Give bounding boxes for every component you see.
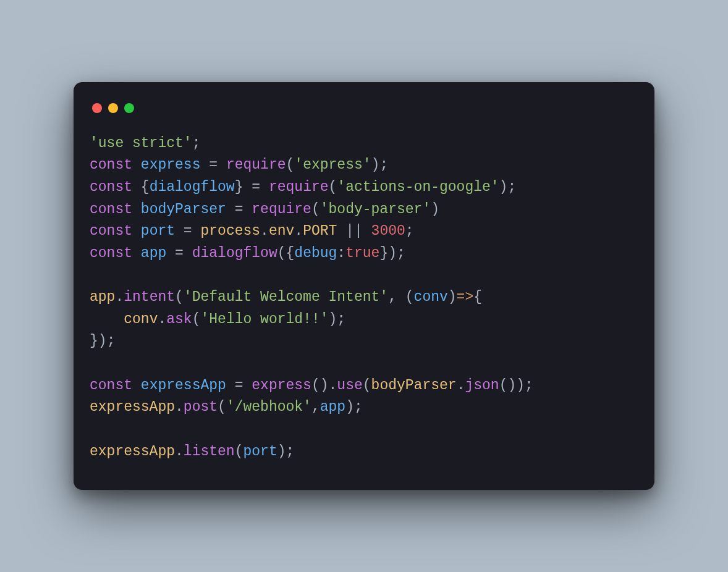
code-token: const [90, 377, 132, 393]
code-token: } [235, 179, 243, 195]
code-token: { [286, 245, 295, 261]
code-token [132, 179, 141, 195]
code-token [243, 179, 252, 195]
code-token: = [252, 179, 260, 195]
code-token: const [90, 157, 132, 173]
code-token: use [337, 377, 362, 393]
code-token [243, 201, 252, 217]
code-token: = [184, 223, 192, 239]
code-token: . [457, 377, 465, 393]
code-token: ( [286, 157, 295, 173]
code-token [184, 245, 192, 261]
code-token: . [158, 311, 166, 327]
code-token: app [320, 399, 345, 415]
code-token: expressApp [90, 444, 175, 460]
code-token: . [175, 399, 184, 415]
code-token: 'express' [294, 157, 371, 173]
code-token [218, 157, 226, 173]
code-token: 'Hello world!!' [200, 311, 328, 327]
code-token: dialogflow [150, 179, 235, 195]
code-token: intent [124, 289, 175, 305]
maximize-icon[interactable] [124, 103, 134, 113]
code-token: . [294, 223, 303, 239]
code-token: ask [166, 311, 192, 327]
code-token: post [184, 399, 218, 415]
code-token: , [311, 399, 320, 415]
code-token: bodyParser [141, 201, 226, 217]
code-token: ; [525, 377, 533, 393]
code-block[interactable]: 'use strict'; const express = require('e… [90, 133, 638, 463]
code-token: = [209, 157, 218, 173]
code-token: { [473, 289, 482, 305]
code-token: = [235, 377, 243, 393]
code-token: express [141, 157, 201, 173]
code-token: ) [345, 399, 354, 415]
code-token: ( [405, 289, 414, 305]
code-token: 'actions-on-google' [337, 179, 499, 195]
code-token: 'Default Welcome Intent' [184, 289, 388, 305]
code-token: port [141, 223, 175, 239]
code-token [243, 377, 252, 393]
code-token: ) [448, 289, 457, 305]
code-token: conv [124, 311, 158, 327]
code-token: ; [354, 399, 363, 415]
code-token [226, 201, 235, 217]
code-token: bodyParser [371, 377, 457, 393]
code-token: ( [499, 377, 508, 393]
code-token: ; [405, 223, 414, 239]
code-token: ; [337, 311, 345, 327]
code-token: ) [320, 377, 329, 393]
code-token [397, 289, 405, 305]
code-token: ) [431, 201, 439, 217]
window-titlebar [90, 103, 638, 119]
code-token: ; [192, 135, 201, 151]
code-token: } [379, 245, 388, 261]
code-token: json [465, 377, 499, 393]
code-token: ( [218, 399, 226, 415]
code-token: require [252, 201, 311, 217]
code-token [337, 223, 345, 239]
code-token [226, 377, 235, 393]
code-token: , [388, 289, 397, 305]
code-token [192, 223, 201, 239]
code-token: expressApp [90, 399, 175, 415]
code-token: = [235, 201, 243, 217]
code-token: ) [507, 377, 516, 393]
code-token: ( [277, 245, 286, 261]
code-token: ) [329, 311, 337, 327]
code-token: : [337, 245, 345, 261]
code-token: ; [507, 179, 516, 195]
code-token [200, 157, 209, 173]
code-token: ( [363, 377, 371, 393]
code-token: 3000 [371, 223, 405, 239]
code-token: require [226, 157, 286, 173]
code-token: . [115, 289, 124, 305]
code-token [175, 223, 184, 239]
code-token: ) [516, 377, 525, 393]
close-icon[interactable] [92, 103, 102, 113]
code-token: ( [311, 201, 320, 217]
code-token: ) [277, 444, 286, 460]
code-window: 'use strict'; const express = require('e… [74, 82, 654, 490]
code-token: } [90, 333, 98, 349]
code-token: const [90, 223, 132, 239]
code-token [132, 157, 141, 173]
code-token: ( [192, 311, 201, 327]
code-token: 'body-parser' [320, 201, 431, 217]
code-token: app [90, 289, 115, 305]
code-token: dialogflow [192, 245, 277, 261]
code-token: '/webhook' [226, 399, 311, 415]
code-token [132, 223, 141, 239]
code-token: ) [371, 157, 380, 173]
code-token: process [200, 223, 260, 239]
code-token: ( [329, 179, 337, 195]
code-token: { [141, 179, 150, 195]
code-token: env [269, 223, 294, 239]
code-token: ; [397, 245, 405, 261]
code-token [363, 223, 371, 239]
minimize-icon[interactable] [108, 103, 118, 113]
code-token [90, 311, 124, 327]
code-token: . [175, 444, 184, 460]
code-token: ; [286, 444, 295, 460]
code-token: const [90, 179, 132, 195]
